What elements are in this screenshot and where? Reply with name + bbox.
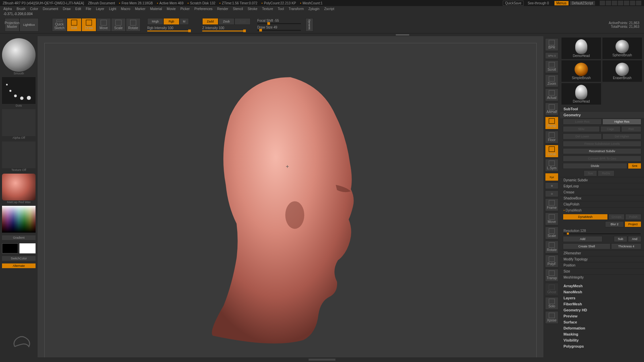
suv-toggle[interactable]: Suv [584, 170, 597, 176]
rt-move-button[interactable]: Move [545, 213, 558, 225]
menu-transform[interactable]: Transform [288, 7, 304, 11]
draw-size-slider[interactable]: Draw Size 49 [257, 25, 301, 31]
resolution-slider[interactable]: Resolution 128 [560, 228, 644, 235]
viewport[interactable]: + [38, 36, 543, 362]
smt-toggle[interactable]: Smt [628, 163, 641, 169]
mrgb-button[interactable]: Mrgb [147, 18, 163, 25]
projection-master-button[interactable]: Projection Master [5, 18, 19, 32]
and-button[interactable]: And [628, 236, 641, 242]
higher-res-button[interactable]: Higher Res [602, 119, 641, 125]
quicksave-button[interactable]: QuickSave [503, 1, 524, 6]
xyz-button[interactable]: Xyz [545, 173, 558, 181]
stroke-selector[interactable]: Dots [2, 77, 36, 107]
polish-toggle[interactable]: Polish [625, 214, 641, 220]
alternate-button[interactable]: Alternate [2, 263, 36, 268]
menu-file[interactable]: File [86, 7, 91, 11]
section-claypolish[interactable]: ClayPolish [560, 201, 644, 207]
rt-rotate-button[interactable]: Rotate [545, 241, 558, 253]
color-picker[interactable] [2, 206, 36, 233]
bpr-button[interactable]: BPR [545, 38, 558, 51]
menu-macro[interactable]: Macro [121, 7, 130, 11]
scale-button[interactable]: Scale [111, 18, 126, 32]
zoom-button[interactable]: Zoom [545, 74, 558, 87]
menu-brush[interactable]: Brush [17, 7, 25, 11]
menu-color[interactable]: Color [30, 7, 38, 11]
primary-color-swatch[interactable] [19, 243, 36, 253]
section-dynamesh[interactable]: • DynaMesh [560, 207, 644, 213]
dynamic-button[interactable]: Dynamic [306, 18, 313, 32]
window-button-2[interactable] [606, 1, 611, 5]
close-button[interactable] [636, 1, 641, 5]
actual-button[interactable]: Actual [545, 88, 558, 101]
edit-button[interactable]: Edit [67, 18, 82, 32]
zsub-button[interactable]: Zsub [218, 18, 234, 25]
tool-demohead[interactable]: DemoHead [561, 38, 601, 59]
section-geometry[interactable]: Geometry [560, 112, 644, 118]
minimize-button[interactable] [624, 1, 629, 5]
brush-selector[interactable]: Smooth [2, 38, 36, 75]
menu-draw[interactable]: Draw [63, 7, 70, 11]
reconstruct-button[interactable]: Reconstruct Subdiv [563, 148, 641, 154]
window-button-4[interactable] [618, 1, 623, 5]
scroll-button[interactable]: Scroll [545, 60, 558, 73]
tool-simplebrush[interactable]: SimpleBrush [561, 60, 601, 82]
menus-toggle[interactable]: Menus [554, 1, 569, 5]
z-intensity-slider[interactable]: Z Intensity 100 [202, 26, 246, 32]
menu-alpha[interactable]: Alpha [3, 7, 12, 11]
m-button[interactable]: M [179, 18, 189, 25]
rotate-button[interactable]: Rotate [126, 18, 141, 32]
rt-scale-button[interactable]: Scale [545, 227, 558, 239]
add-button[interactable]: Add [563, 236, 602, 242]
create-shell-button[interactable]: Create Shell [563, 243, 610, 249]
default-script[interactable]: DefaultZScript [570, 1, 595, 5]
window-button-3[interactable] [612, 1, 617, 5]
section-modify-topology[interactable]: Modify Topology [560, 256, 644, 262]
menu-stroke[interactable]: Stroke [248, 7, 257, 11]
freeze-subdiv-button[interactable]: Freeze Subdivision Levels [563, 141, 641, 147]
material-selector[interactable]: MatCap Red Wax [2, 174, 36, 204]
zcut-button[interactable]: Zcut [234, 18, 251, 25]
section-dynamic-subdiv[interactable]: Dynamic Subdiv [560, 177, 644, 183]
menu-edit[interactable]: Edit [75, 7, 81, 11]
section-deformation[interactable]: Deformation [560, 325, 644, 331]
menu-preferences[interactable]: Preferences [195, 7, 213, 11]
menu-picker[interactable]: Picker [180, 7, 190, 11]
section-subtool[interactable]: SubTool [560, 106, 644, 112]
menu-zplugin[interactable]: Zplugin [309, 7, 320, 11]
menu-marker[interactable]: Marker [135, 7, 145, 11]
menu-tool[interactable]: Tool [278, 7, 284, 11]
frame-button[interactable]: Frame [545, 198, 558, 211]
section-fibermesh[interactable]: FiberMesh [560, 301, 644, 307]
section-preview[interactable]: Preview [560, 313, 644, 319]
project-toggle[interactable]: Project [625, 221, 641, 227]
maximize-button[interactable] [630, 1, 635, 5]
menu-light[interactable]: Light [109, 7, 116, 11]
rstr-button[interactable]: Rstr [621, 126, 641, 132]
secondary-color-swatch[interactable] [2, 243, 18, 253]
section-nanomesh[interactable]: NanoMesh [560, 289, 644, 295]
menu-layer[interactable]: Layer [96, 7, 104, 11]
polyf-button[interactable]: PolyF [545, 255, 558, 267]
lightbox-button[interactable]: LightBox [19, 18, 39, 32]
menu-zscript[interactable]: Zscript [324, 7, 334, 11]
shelf-scroll[interactable] [0, 34, 644, 36]
transp-button[interactable]: Transp [545, 269, 558, 282]
section-visibility[interactable]: Visibility [560, 337, 644, 343]
center-button[interactable]: ⊙ [545, 190, 558, 197]
switchcolor-button[interactable]: SwitchColor [2, 256, 36, 261]
del-higher-button[interactable]: Del Higher [602, 133, 641, 139]
section-geometryhd[interactable]: Geometry HD [560, 307, 644, 313]
sdiv-slider[interactable]: SDiv [563, 126, 600, 132]
groups-toggle[interactable]: Groups [608, 214, 625, 220]
section-surface[interactable]: Surface [560, 319, 644, 325]
lower-res-button[interactable]: Lower Res [563, 119, 602, 125]
aahalf-button[interactable]: AAHalf [545, 103, 558, 115]
rgb-button[interactable]: Rgb [163, 18, 179, 25]
del-lower-button[interactable]: Del Lower [563, 133, 602, 139]
menu-texture[interactable]: Texture [262, 7, 273, 11]
ghost-button[interactable]: Ghost [545, 283, 558, 296]
thickness-slider[interactable]: Thickness 4 [611, 243, 641, 249]
section-edgeloop[interactable]: EdgeLoop [560, 183, 644, 189]
draw-button[interactable]: Draw [82, 18, 96, 32]
pivot-button[interactable]: ⊕ [545, 182, 558, 189]
